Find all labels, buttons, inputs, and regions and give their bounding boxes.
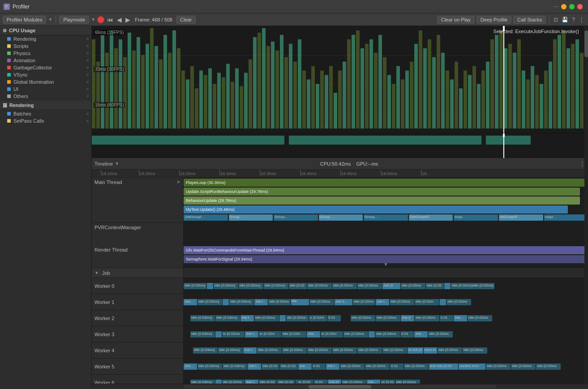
w3-b3[interactable] (215, 331, 222, 338)
green-dot[interactable] (569, 4, 575, 9)
w2-b1[interactable] (184, 315, 190, 321)
w6-b4[interactable]: dle (0.02ms (222, 380, 245, 384)
w5-b15[interactable]: unction.Invo (459, 363, 485, 370)
skip-back-btn[interactable]: ⏮ (106, 16, 114, 23)
rendering-chart[interactable] (92, 133, 588, 158)
w1-b4[interactable]: Idle (0.03ms) (229, 299, 254, 305)
right-scroll-thumb[interactable] (584, 30, 588, 57)
w4-b11[interactable]: st:Job (0 (408, 347, 423, 354)
w5-b14[interactable]: test:Job (0.03 (429, 363, 458, 370)
job-section-toggle[interactable]: ▼ Job (92, 268, 184, 278)
w4-b4[interactable]: Job t... (243, 347, 257, 354)
w6-b6[interactable]: Idle (0.02 (259, 380, 277, 384)
w0-b8[interactable]: Idle (0.02ms (332, 283, 357, 289)
w6-b8[interactable]: _le (0.02 (296, 380, 313, 384)
w0-b3[interactable]: Idle (0.03ms) (214, 283, 238, 289)
gfxwait-bar[interactable]: Gfx.WaitForGfxCommandsFromMainThread (29… (184, 246, 588, 254)
w0-b11[interactable]: Idle (0.03ms (401, 283, 425, 289)
scriptrun-bar[interactable]: Update.ScriptRunBehaviourUpdate (29.78ms… (184, 188, 580, 196)
jg-4[interactable]: Group... (319, 214, 363, 221)
dock-icon-btn[interactable]: ⊡ (553, 17, 559, 23)
w5-b7[interactable]: Job... (298, 363, 312, 370)
w5-b6[interactable]: Idle (0.02 (280, 363, 298, 370)
jg-3[interactable]: Group... (274, 214, 318, 221)
w3-b2[interactable]: Idle (0.03ms) (190, 331, 215, 338)
profiler-modules-btn[interactable]: Profiler Modules (3, 16, 46, 24)
record-button[interactable] (97, 16, 104, 23)
w6-b5[interactable]: Job t... (245, 380, 258, 384)
main-thread-content[interactable]: PlayerLoop (30.30ms) Update.ScriptRunBeh… (184, 178, 588, 222)
call-stacks-btn[interactable]: Call Stacks (513, 16, 546, 24)
step-back-btn[interactable]: ◀ (116, 16, 123, 23)
w5-b18[interactable]: Idle (0.02ms (536, 363, 561, 370)
jg-6[interactable]: JobGroupID (409, 214, 453, 221)
clear-on-play-btn[interactable]: Clear on Play (437, 16, 475, 24)
w4-b5[interactable]: Idle (0.02ms (257, 347, 282, 354)
horizontal-scrollbar[interactable] (184, 385, 496, 389)
w6-b10[interactable]: Job (0 (328, 380, 341, 384)
pvr-content[interactable] (184, 223, 588, 245)
playmode-btn[interactable]: Playmode (59, 16, 89, 24)
w1-b12[interactable]: Idle (0.02ms (390, 299, 414, 305)
w4-b13[interactable]: Idle (0.02ms (438, 347, 462, 354)
w0-b6[interactable]: Idle (0.02 (289, 283, 307, 289)
worker-2-content[interactable]: Idle (0.03ms) Idle (0.03ms) Job t... Idl… (184, 310, 588, 326)
jg-8[interactable]: obGroupID (499, 214, 543, 221)
w5-b12[interactable]: 0.01 (390, 363, 403, 370)
w2-b13[interactable]: Job (I (401, 315, 414, 321)
w6-b12[interactable]: Job... (367, 380, 380, 384)
cpu-chart[interactable]: 66ms (15FPS) 33ms (30FPS) 16ms (60FPS) S… (92, 26, 588, 133)
clear-btn[interactable]: Clear (176, 16, 196, 24)
w0-b10[interactable]: Job (0 (382, 283, 400, 289)
w2-b8[interactable]: e (0.02m (309, 315, 327, 321)
w3-b4[interactable]: le (0.02ms (222, 331, 245, 338)
w0-b1[interactable]: Idle (0.02ms) (184, 283, 206, 289)
w6-b14[interactable]: Idle (0.02ms (395, 380, 420, 384)
w4-b6[interactable]: Idle (0.02ms (282, 347, 307, 354)
worker-1-content[interactable]: Job... Idle (0.02ms) Idle (0.03ms) Job t… (184, 294, 588, 310)
w3-b12[interactable]: Idle (0.03ms (375, 331, 400, 338)
step-forward-btn[interactable]: ▶ (124, 16, 131, 23)
w5-b5[interactable]: Idle (0.02 (262, 363, 279, 370)
w2-b14[interactable]: Idle (0.03ms (415, 315, 439, 321)
w1-b5[interactable]: Job t... (254, 299, 268, 305)
render-thread-content[interactable]: Gfx.WaitForGfxCommandsFromMainThread (29… (184, 245, 588, 268)
w6-b2[interactable]: Idle (0.03ms) (190, 380, 215, 384)
sidebar-item-gi[interactable]: Global Illumination ≡ (0, 78, 91, 85)
w6-b13[interactable]: (e (0.01 (381, 380, 395, 384)
w5-b9[interactable]: Job l... (326, 363, 339, 370)
w4-b3[interactable]: Idle (0.03ms) (218, 347, 243, 354)
w3-b1[interactable] (184, 331, 190, 338)
deep-profile-btn[interactable]: Deep Profile (476, 16, 512, 24)
w0-b12[interactable]: Idle (0.02 (426, 283, 444, 289)
w3-b7[interactable]: Idle (0.02m (282, 331, 306, 338)
w6-b11[interactable]: Idle (0.03ms (342, 380, 366, 384)
help-icon-btn[interactable]: ? (571, 17, 576, 23)
w4-b1[interactable] (184, 347, 193, 354)
w6-b7[interactable]: Idle (0.02 (277, 380, 295, 384)
sidebar-item-gc[interactable]: GarbageCollector ≡ (0, 64, 91, 71)
worker-5-content[interactable]: Job... Idle (0.02ms) Idle (0.03ms) Job t… (184, 359, 588, 374)
w4-b7[interactable]: Idle (0.02ms (307, 347, 332, 354)
w1-b1[interactable]: Job... (184, 299, 197, 305)
jg-9[interactable]: roupI... (544, 214, 588, 221)
w2-b2[interactable]: Idle (0.03ms) (190, 315, 215, 321)
w0-b13[interactable] (444, 283, 451, 289)
w4-b9[interactable]: Idle (0.02ms (357, 347, 382, 354)
w1-b6[interactable]: Idle (0.02ms (268, 299, 291, 305)
w2-b16[interactable]: Job... (454, 315, 467, 321)
w1-b15[interactable]: Idle (0.02ms (446, 299, 471, 305)
w3-b10[interactable]: Idle (0.02ms (343, 331, 368, 338)
w0-b7[interactable]: Idle (0.02ms (307, 283, 332, 289)
sidebar-item-scripts[interactable]: Scripts ≡ (0, 43, 91, 50)
w1-b9[interactable]: Job 0... (335, 299, 352, 305)
jg-7[interactable]: roup... (454, 214, 498, 221)
w2-b5[interactable]: Idle (0.02ms (254, 315, 279, 321)
render-expand[interactable]: ▼ (384, 262, 388, 267)
timeline-dropdown-icon[interactable]: ▼ (115, 161, 119, 166)
w3-b11[interactable] (369, 331, 375, 338)
jg-2[interactable]: Group... (229, 214, 273, 221)
w5-b8[interactable]: 0.01 (312, 363, 326, 370)
sidebar-item-rendering[interactable]: Rendering ≡ (0, 35, 91, 43)
red-dot[interactable] (577, 4, 583, 9)
